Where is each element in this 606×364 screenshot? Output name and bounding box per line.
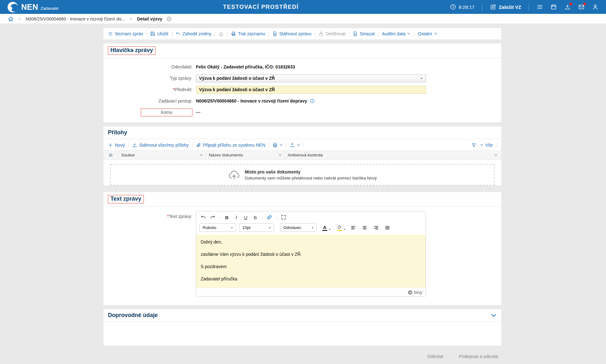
block-format-select[interactable]: Odstavec bbox=[280, 223, 317, 232]
section-title: Přílohy bbox=[108, 129, 127, 136]
dropdown-triangle-icon bbox=[279, 144, 283, 147]
novy-label: Nový bbox=[115, 143, 125, 148]
fullscreen-button[interactable] bbox=[279, 213, 288, 221]
link-icon bbox=[267, 214, 272, 220]
italic-button[interactable]: I bbox=[232, 213, 241, 221]
divider bbox=[215, 31, 215, 37]
form-row-komu: Komu — bbox=[103, 107, 501, 118]
text-color-button[interactable]: A bbox=[322, 224, 331, 232]
menu-button[interactable] bbox=[537, 4, 543, 10]
align-left-button[interactable] bbox=[349, 224, 357, 232]
strikethrough-button[interactable]: S bbox=[251, 213, 260, 221]
select-caret-icon bbox=[268, 226, 271, 229]
divider bbox=[286, 142, 286, 148]
column-filter-icon[interactable] bbox=[200, 154, 203, 157]
calendar-button[interactable] bbox=[550, 4, 557, 10]
grid-settings-button[interactable] bbox=[103, 151, 118, 159]
marker-pen-icon bbox=[337, 225, 342, 230]
printer-icon bbox=[273, 143, 278, 148]
novy-button[interactable]: Nový bbox=[108, 143, 125, 148]
nen-logo-icon[interactable] bbox=[8, 2, 18, 12]
komu-field-highlight[interactable]: Komu bbox=[141, 109, 192, 116]
desifrovat-label: Dešifrovat bbox=[326, 31, 345, 36]
ulozit-button[interactable]: Uložit bbox=[150, 31, 168, 36]
topbar: NEN Zadavatel TESTOVACÍ PROSTŘEDÍ 8:28:1… bbox=[0, 0, 606, 14]
undo-button[interactable] bbox=[199, 213, 208, 221]
messages-badge bbox=[583, 3, 586, 5]
print-attachments-button[interactable] bbox=[273, 143, 283, 148]
brand-role: Zadavatel bbox=[40, 6, 58, 11]
align-justify-button[interactable] bbox=[383, 224, 391, 232]
chevron-down-icon bbox=[420, 76, 423, 80]
export-attachments-button[interactable] bbox=[290, 143, 300, 148]
save-icon bbox=[150, 31, 155, 36]
stahnout-vsechny-prilohy-button[interactable]: Stáhnout všechny přílohy bbox=[132, 143, 189, 148]
zahodit-zmeny-button[interactable]: Zahodit změny bbox=[176, 31, 212, 36]
editor-paragraph: S pozdravem bbox=[201, 264, 421, 269]
font-family-select[interactable]: Roboto bbox=[199, 223, 236, 232]
close-tab-icon[interactable] bbox=[166, 16, 172, 22]
notifications-button[interactable] bbox=[219, 31, 224, 36]
odeslat-button[interactable]: Odeslat bbox=[427, 354, 443, 359]
chevron-right-icon bbox=[18, 17, 21, 21]
chevron-right-icon bbox=[129, 17, 133, 21]
column-header-soubor[interactable]: Soubor bbox=[118, 151, 206, 159]
auditni-data-button[interactable]: Auditní data bbox=[382, 31, 411, 36]
column-header-nazev-dokumentu[interactable]: Název dokumentu bbox=[206, 151, 285, 159]
font-size-select[interactable]: 10pt bbox=[239, 223, 274, 232]
smazat-button[interactable]: Smazat bbox=[353, 31, 374, 36]
form-row-predmet: *Předmět: Výzva k podání žádosti o účast… bbox=[103, 84, 501, 95]
column-header-antivirova-kontrola[interactable]: Antivirová kontrola bbox=[285, 151, 501, 159]
filter-preset-vse-button[interactable]: Vše bbox=[480, 143, 493, 148]
divider bbox=[146, 31, 147, 37]
message-header-section: Hlavička zprávy Odesílatel: Felix Okátý … bbox=[103, 44, 501, 122]
underline-button[interactable]: U bbox=[241, 213, 250, 221]
typ-zpravy-select[interactable]: Výzva k podání žádosti o účast v ZŘ bbox=[196, 74, 426, 82]
stahnout-zpravu-button[interactable]: Stáhnout zprávu bbox=[272, 31, 311, 36]
redo-button[interactable] bbox=[208, 213, 217, 221]
document-download-icon bbox=[272, 31, 277, 36]
breadcrumb-procedure[interactable]: N006/25/V00004860 - Inovace v rozvoji ří… bbox=[26, 16, 125, 21]
seznam-zprav-button[interactable]: Seznam zpráv bbox=[108, 31, 143, 36]
align-center-icon bbox=[362, 225, 368, 231]
align-right-button[interactable] bbox=[372, 224, 380, 232]
message-text-section: Text zprávy *Text zprávy: B I U S bbox=[103, 192, 501, 305]
create-vz-button[interactable]: Založit VZ bbox=[490, 4, 521, 10]
font-size-value: 10pt bbox=[242, 225, 250, 230]
user-button[interactable] bbox=[592, 4, 598, 10]
insert-link-button[interactable] bbox=[265, 213, 274, 221]
ulozit-label: Uložit bbox=[157, 31, 168, 36]
editor-paragraph: Dobrý den, bbox=[201, 239, 421, 244]
komu-label-cell: Komu bbox=[103, 109, 196, 116]
podepsat-a-odeslat-button[interactable]: Podepsat a odeslat bbox=[459, 354, 498, 359]
column-filter-icon[interactable] bbox=[494, 154, 497, 157]
divider bbox=[497, 142, 497, 148]
downloads-button[interactable] bbox=[564, 4, 571, 10]
messages-button[interactable] bbox=[578, 4, 585, 10]
highlight-color-button[interactable] bbox=[337, 224, 346, 232]
editor-content[interactable]: Dobrý den, zasíláme Vám výzvu k podání ž… bbox=[196, 235, 426, 288]
align-center-button[interactable] bbox=[361, 224, 369, 232]
expand-chevron-icon[interactable] bbox=[491, 312, 497, 319]
komu-label: Komu bbox=[161, 110, 173, 115]
desifrovat-button[interactable]: Dešifrovat bbox=[319, 31, 345, 36]
column-filter-icon[interactable] bbox=[279, 154, 282, 157]
bold-button[interactable]: B bbox=[222, 213, 231, 221]
dropdown-triangle-icon bbox=[434, 32, 437, 35]
divider bbox=[303, 142, 304, 148]
predmet-label: *Předmět: bbox=[103, 87, 196, 92]
ostatni-button[interactable]: Ostatní bbox=[418, 31, 437, 36]
divider bbox=[482, 3, 482, 11]
info-icon[interactable] bbox=[310, 98, 315, 103]
divider bbox=[276, 214, 277, 220]
predmet-input[interactable]: Výzva k podání žádosti o účast v ZŘ bbox=[196, 86, 426, 94]
tinymce-logo[interactable]: tiny bbox=[408, 290, 422, 295]
filter-funnel-icon[interactable] bbox=[471, 143, 476, 148]
tisk-zaznamu-button[interactable]: Tisk záznamu bbox=[231, 31, 265, 36]
form-row-typ-zpravy: Typ zprávy: Výzva k podání žádosti o úča… bbox=[103, 73, 501, 84]
cloud-upload-icon bbox=[228, 169, 240, 181]
pripojit-prilohu-button[interactable]: Připojit přílohu ze systému NEN bbox=[196, 143, 265, 148]
attachments-dropzone[interactable]: Místo pro vaše dokumenty Dokumenty sem m… bbox=[110, 164, 495, 185]
home-icon[interactable] bbox=[8, 16, 14, 22]
select-caret-icon bbox=[230, 226, 233, 229]
